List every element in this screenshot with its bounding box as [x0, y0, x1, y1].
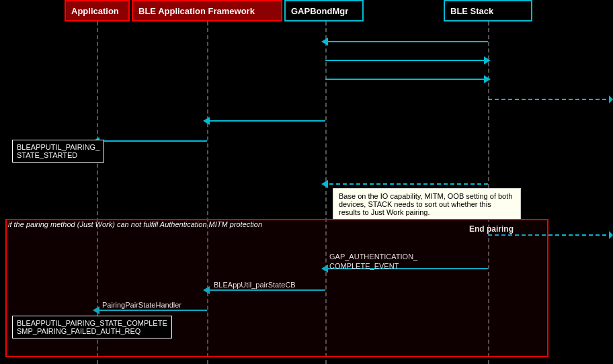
state-box-pairing-started: BLEAPPUTIL_PAIRING_STATE_STARTED: [12, 140, 104, 163]
svg-marker-7: [609, 95, 613, 103]
red-frame-label: if the pairing method (Just Work) can no…: [8, 220, 262, 228]
svg-marker-5: [484, 75, 491, 83]
svg-marker-13: [321, 180, 328, 188]
svg-marker-3: [484, 56, 491, 64]
svg-marker-15: [609, 231, 613, 239]
svg-marker-9: [203, 117, 210, 125]
svg-marker-1: [321, 38, 328, 46]
note-io-capability: Base on the IO capability, MITM, OOB set…: [333, 188, 521, 220]
state-box-pairing-complete: BLEAPPUTIL_PAIRING_STATE_COMPLETESMP_PAI…: [12, 316, 172, 338]
